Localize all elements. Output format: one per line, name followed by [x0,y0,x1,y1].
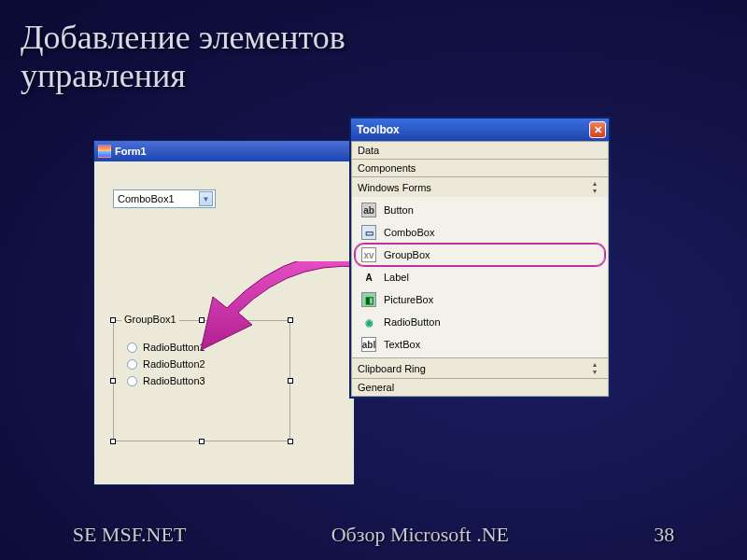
radiobutton-control[interactable]: RadioButton2 [127,358,289,370]
radio-label: RadioButton3 [143,375,205,386]
radiobutton-control[interactable]: RadioButton3 [127,375,289,386]
footer-left: SE MSF.NET [73,523,187,547]
slide-title-line1: Добавление элементов [21,19,345,57]
form-title: Form1 [115,146,147,157]
toolbox-item-label: TextBox [384,339,420,350]
slide-title: Добавление элементов управления [21,19,345,96]
toolbox-item-label: GroupBox [384,249,430,260]
radio-label: RadioButton1 [143,342,205,353]
form-designer-window: Form1 ComboBox1 ▼ GroupBox1 RadioButton1… [93,140,355,485]
resize-handle[interactable] [110,439,116,444]
combobox-control[interactable]: ComboBox1 ▼ [113,189,216,208]
stage: Form1 ComboBox1 ▼ GroupBox1 RadioButton1… [93,140,612,495]
toolbox-item-radiobutton[interactable]: ◉RadioButton [355,311,605,333]
resize-handle[interactable] [288,317,293,323]
footer-center: Обзор Microsoft .NE [331,523,509,547]
radio-icon [127,343,137,353]
toolbox-section-clipboard-ring[interactable]: Clipboard Ring ▲▼ [351,357,609,378]
form-design-surface[interactable]: ComboBox1 ▼ GroupBox1 RadioButton1 Radio… [94,161,354,484]
groupbox-control[interactable]: GroupBox1 RadioButton1 RadioButton2 Radi… [113,320,290,441]
resize-handle[interactable] [288,378,293,384]
button-icon: ab [361,203,376,217]
resize-handle[interactable] [110,378,116,384]
toolbox-section-windows-forms[interactable]: Windows Forms ▲▼ [351,176,609,197]
combobox-icon: ▭ [361,225,376,240]
footer-right: 38 [654,523,674,547]
label-icon: A [361,270,376,285]
slide-title-line2: управления [21,57,345,95]
radiobutton-control[interactable]: RadioButton1 [127,342,289,353]
toolbox-item-label[interactable]: ALabel [355,266,605,288]
combobox-dropdown-icon[interactable]: ▼ [199,191,213,206]
resize-handle[interactable] [110,317,116,323]
toolbox-section-data[interactable]: Data [351,141,609,159]
groupbox-label: GroupBox1 [121,314,179,325]
toolbox-item-combobox[interactable]: ▭ComboBox [355,221,605,244]
radio-icon [127,376,137,386]
toolbox-title: Toolbox [357,123,400,136]
toolbox-window: Toolbox ✕ Data Components Windows Forms … [349,117,611,399]
toolbox-item-label: Label [384,272,409,283]
toolbox-section-general[interactable]: General [351,378,609,397]
form-titlebar[interactable]: Form1 [94,141,354,161]
scroll-icon[interactable]: ▲▼ [587,180,602,194]
resize-handle[interactable] [199,439,204,444]
resize-handle[interactable] [288,439,293,444]
toolbox-item-button[interactable]: abButton [355,199,605,221]
toolbox-item-label: ComboBox [384,227,434,238]
close-icon[interactable]: ✕ [589,121,606,138]
toolbox-item-picturebox[interactable]: ◧PictureBox [355,288,605,311]
toolbox-titlebar[interactable]: Toolbox ✕ [351,119,609,141]
radio-label: RadioButton2 [143,358,205,370]
resize-handle[interactable] [199,317,204,323]
slide-footer: SE MSF.NET Обзор Microsoft .NE 38 [0,523,747,547]
toolbox-item-label: Button [384,204,414,216]
section-label: Clipboard Ring [358,363,426,374]
toolbox-section-components[interactable]: Components [351,159,609,176]
toolbox-item-label: PictureBox [384,294,433,305]
radiobutton-icon: ◉ [361,315,376,329]
toolbox-item-textbox[interactable]: ablTextBox [355,333,605,356]
textbox-icon: abl [361,337,376,352]
picturebox-icon: ◧ [361,292,376,307]
groupbox-icon: xv [361,247,376,262]
scroll-icon[interactable]: ▲▼ [587,361,602,375]
toolbox-item-groupbox[interactable]: xvGroupBox [355,244,605,266]
combobox-value: ComboBox1 [118,193,175,204]
section-label: Windows Forms [358,182,431,193]
toolbox-items-list: abButton▭ComboBoxxvGroupBoxALabel◧Pictur… [351,197,609,357]
form-icon [98,145,111,158]
radio-icon [127,359,137,370]
toolbox-item-label: RadioButton [384,316,441,328]
